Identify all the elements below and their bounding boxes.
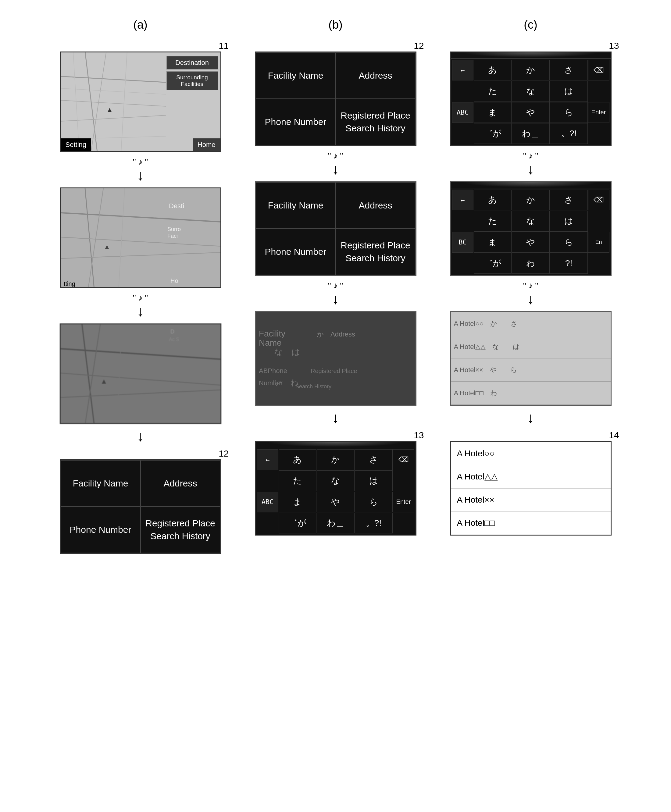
kana2-ka[interactable]: か <box>512 60 550 80</box>
svg-text:か　Address: か Address <box>317 330 355 338</box>
kana3-empty-1 <box>452 211 473 232</box>
menu-b-facility-name[interactable]: Facility Name <box>256 53 336 99</box>
kana-sa[interactable]: さ <box>355 449 393 470</box>
result-row-2[interactable]: A Hotel△△ <box>451 465 611 488</box>
kana-ya[interactable]: や <box>317 492 354 512</box>
kana-ma[interactable]: ま <box>279 492 317 512</box>
menu-c-facility-name[interactable]: Facility Name <box>256 182 336 228</box>
kana-a[interactable]: あ <box>279 449 317 470</box>
menu-c-registered[interactable]: Registered Place Search History <box>336 228 416 275</box>
kana3-ma[interactable]: ま <box>474 232 511 253</box>
kana3-abc-btn[interactable]: BC <box>452 232 473 253</box>
kana3-ka[interactable]: か <box>512 190 550 210</box>
col-c-label: (c) <box>524 18 537 31</box>
transition-1c: " ♪ " ↓ <box>523 151 538 177</box>
menu-address[interactable]: Address <box>141 460 220 507</box>
kana-abc-btn[interactable]: ABC <box>257 492 278 512</box>
menu-b-address[interactable]: Address <box>336 53 416 99</box>
kana3-ta[interactable]: た <box>474 211 511 232</box>
menu-screen-1[interactable]: Facility Name Address Phone Number Regis… <box>60 460 221 554</box>
result-row-4[interactable]: A Hotel□□ <box>451 512 611 535</box>
menu-registered[interactable]: Registered Place Search History <box>141 507 220 553</box>
transition-3c: ↓ <box>527 410 535 425</box>
transition-1b: " ♪ " ↓ <box>328 151 343 177</box>
kana-screen-3[interactable]: ← あ か さ ⌫ た な は BC ま や ら En <box>450 181 611 276</box>
kana3-backspace[interactable]: ⌫ <box>588 190 610 210</box>
kana3-sa[interactable]: さ <box>550 190 588 210</box>
kana-back-arrow[interactable]: ← <box>257 449 278 470</box>
kana-backspace[interactable]: ⌫ <box>393 449 414 470</box>
kana2-ma[interactable]: ま <box>474 102 511 123</box>
svg-text:Surro: Surro <box>167 226 181 232</box>
transition-3b: ↓ <box>332 410 339 425</box>
result-row-1[interactable]: A Hotel○○ <box>451 442 611 465</box>
kana3-ha[interactable]: は <box>550 211 588 232</box>
kana-ra[interactable]: ら <box>355 492 393 512</box>
distorted-menu-kana: Facility Name か Address な は ABPhone Regi… <box>255 311 416 406</box>
kana3-punctuation[interactable]: ?! <box>550 253 588 274</box>
menu-phone-number[interactable]: Phone Number <box>61 507 141 553</box>
kana-screen-1[interactable]: ← あ か さ ⌫ た な は ABC ま や <box>255 441 416 536</box>
kana3-ra[interactable]: ら <box>550 232 588 253</box>
map-distorted-2: ▲ D Ac S <box>60 323 221 424</box>
svg-text:D: D <box>170 329 174 335</box>
kana2-abc-btn[interactable]: ABC <box>452 102 473 123</box>
menu-screen-2[interactable]: Facility Name Address Phone Number Regis… <box>255 51 416 146</box>
kana2-backspace[interactable]: ⌫ <box>588 60 610 80</box>
kana2-a[interactable]: あ <box>474 60 511 80</box>
kana2-wa[interactable]: わ＿ <box>512 123 550 144</box>
kana2-sa[interactable]: さ <box>550 60 588 80</box>
kana2-na[interactable]: な <box>512 81 550 102</box>
kana2-ta[interactable]: た <box>474 81 511 102</box>
kana3-ya[interactable]: や <box>512 232 550 253</box>
kana3-wa[interactable]: わ <box>512 253 550 274</box>
kana2-back-arrow[interactable]: ← <box>452 60 473 80</box>
transition-2b: " ♪ " ↓ <box>328 281 343 306</box>
kana2-enter-btn[interactable]: Enter <box>588 102 610 123</box>
kana2-ya[interactable]: や <box>512 102 550 123</box>
result-row-3[interactable]: A Hotel×× <box>451 489 611 512</box>
kana-dakuten[interactable]: ゛が <box>279 513 317 533</box>
kana3-enter-btn[interactable]: En <box>588 232 610 253</box>
home-btn[interactable]: Home <box>192 138 220 151</box>
menu-screen-3[interactable]: Facility Name Address Phone Number Regis… <box>255 181 416 276</box>
kana-screen-2[interactable]: ← あ か さ ⌫ た な は ABC ま や <box>450 51 611 146</box>
col-a-label: (a) <box>133 18 147 31</box>
kana-grid-3: ← あ か さ ⌫ た な は BC ま や ら En <box>451 188 611 275</box>
kana3-dakuten[interactable]: ゛が <box>474 253 511 274</box>
svg-rect-24 <box>61 324 221 424</box>
kana-enter-btn[interactable]: Enter <box>393 492 414 512</box>
kana2-dakuten[interactable]: ゛が <box>474 123 511 144</box>
transition-2c: " ♪ " ↓ <box>523 281 538 306</box>
kana3-a[interactable]: あ <box>474 190 511 210</box>
setting-btn[interactable]: Setting <box>61 138 92 151</box>
menu-c-address[interactable]: Address <box>336 182 416 228</box>
kana-ka[interactable]: か <box>317 449 354 470</box>
kana2-ha[interactable]: は <box>550 81 588 102</box>
kana-punctuation[interactable]: 。?! <box>355 513 393 533</box>
menu-b-phone-number[interactable]: Phone Number <box>256 99 336 145</box>
transition-1a: " ♪ " ↓ <box>133 157 148 182</box>
kana2-ra[interactable]: ら <box>550 102 588 123</box>
results-screen[interactable]: A Hotel○○ A Hotel△△ A Hotel×× A Hotel□□ <box>450 441 611 536</box>
kana3-empty-3 <box>452 253 473 274</box>
destination-btn[interactable]: Destination <box>167 56 218 70</box>
map-distorted-1: ▲ Desti Surro Faci tting Ho <box>60 187 221 288</box>
screen-number-13b: 13 <box>609 41 619 51</box>
kana-wa[interactable]: わ＿ <box>317 513 354 533</box>
screen-number-12a: 12 <box>219 448 229 459</box>
distort-row-3: A Hotel×× や ら <box>451 358 611 381</box>
menu-facility-name[interactable]: Facility Name <box>61 460 141 507</box>
kana-ha[interactable]: は <box>355 470 393 491</box>
kana2-empty-2 <box>588 81 610 102</box>
menu-b-registered[interactable]: Registered Place Search History <box>336 99 416 145</box>
kana-ta[interactable]: た <box>279 470 317 491</box>
menu-c-phone-number[interactable]: Phone Number <box>256 228 336 275</box>
svg-text:な　は: な は <box>274 347 300 357</box>
kana3-back-arrow[interactable]: ← <box>452 190 473 210</box>
svg-text:▲: ▲ <box>103 243 111 251</box>
surrounding-btn[interactable]: SurroundingFacilities <box>167 71 218 90</box>
kana3-na[interactable]: な <box>512 211 550 232</box>
kana-na[interactable]: な <box>317 470 354 491</box>
kana2-punctuation[interactable]: 。?! <box>550 123 588 144</box>
